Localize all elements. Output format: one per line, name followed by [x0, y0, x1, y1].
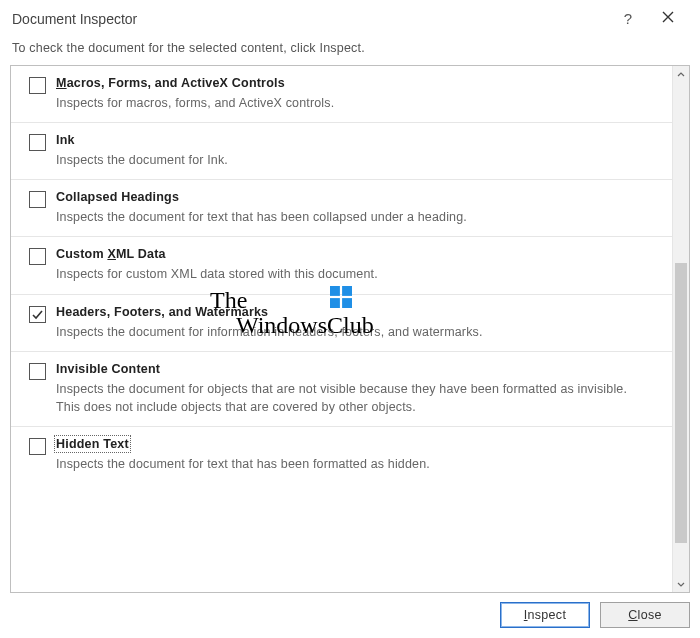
dialog-titlebar: Document Inspector ? — [0, 0, 700, 35]
dialog-subtitle: To check the document for the selected c… — [0, 35, 700, 65]
inspection-item-title: Invisible Content — [56, 362, 654, 376]
checkbox[interactable] — [29, 77, 46, 94]
chevron-up-icon — [677, 71, 685, 79]
inspection-item[interactable]: Macros, Forms, and ActiveX ControlsInspe… — [11, 66, 672, 123]
checkbox[interactable] — [29, 306, 46, 323]
inspection-item[interactable]: InkInspects the document for Ink. — [11, 123, 672, 180]
inspection-item-body: InkInspects the document for Ink. — [56, 133, 654, 169]
inspection-item[interactable]: Collapsed HeadingsInspects the document … — [11, 180, 672, 237]
inspection-item[interactable]: Custom XML DataInspects for custom XML d… — [11, 237, 672, 294]
scroll-down-button[interactable] — [673, 575, 689, 592]
inspection-item-body: Invisible ContentInspects the document f… — [56, 362, 654, 416]
close-icon — [662, 11, 674, 23]
inspection-list-panel: Macros, Forms, and ActiveX ControlsInspe… — [10, 65, 690, 593]
chevron-down-icon — [677, 580, 685, 588]
inspection-item-desc: Inspects the document for text that has … — [56, 455, 654, 473]
close-accel: C — [628, 608, 637, 622]
inspection-item-body: Hidden TextInspects the document for tex… — [56, 437, 654, 473]
inspection-item-body: Macros, Forms, and ActiveX ControlsInspe… — [56, 76, 654, 112]
inspection-item-body: Custom XML DataInspects for custom XML d… — [56, 247, 654, 283]
checkbox[interactable] — [29, 191, 46, 208]
dialog-title: Document Inspector — [12, 11, 608, 27]
inspection-item-desc: Inspects the document for information in… — [56, 323, 654, 341]
inspection-item[interactable]: Invisible ContentInspects the document f… — [11, 352, 672, 427]
inspect-button[interactable]: Inspect — [500, 602, 590, 628]
inspection-item[interactable]: Headers, Footers, and WatermarksInspects… — [11, 295, 672, 352]
scroll-up-button[interactable] — [673, 66, 689, 83]
inspection-item-desc: Inspects the document for text that has … — [56, 208, 654, 226]
inspection-item-title: Macros, Forms, and ActiveX Controls — [56, 76, 654, 90]
checkbox[interactable] — [29, 438, 46, 455]
inspection-item-desc: Inspects for macros, forms, and ActiveX … — [56, 94, 654, 112]
scroll-thumb[interactable] — [675, 263, 687, 543]
dialog-footer: Inspect Close — [500, 602, 690, 628]
checkbox[interactable] — [29, 248, 46, 265]
inspection-item-title: Collapsed Headings — [56, 190, 654, 204]
inspection-item-title: Custom XML Data — [56, 247, 654, 261]
scroll-track[interactable] — [673, 83, 689, 575]
inspection-item-desc: Inspects for custom XML data stored with… — [56, 265, 654, 283]
help-button[interactable]: ? — [608, 10, 648, 27]
inspection-item-title: Headers, Footers, and Watermarks — [56, 305, 654, 319]
inspection-item-desc: Inspects the document for objects that a… — [56, 380, 654, 416]
scrollbar-vertical[interactable] — [672, 66, 689, 592]
inspection-item-body: Collapsed HeadingsInspects the document … — [56, 190, 654, 226]
inspection-item-title: Ink — [56, 133, 654, 147]
inspection-item-body: Headers, Footers, and WatermarksInspects… — [56, 305, 654, 341]
checkbox[interactable] — [29, 134, 46, 151]
inspection-item-desc: Inspects the document for Ink. — [56, 151, 654, 169]
close-dialog-button[interactable]: Close — [600, 602, 690, 628]
inspection-item-title: Hidden Text — [56, 437, 129, 451]
checkbox[interactable] — [29, 363, 46, 380]
inspection-list: Macros, Forms, and ActiveX ControlsInspe… — [11, 66, 672, 592]
inspection-item[interactable]: Hidden TextInspects the document for tex… — [11, 427, 672, 483]
close-button[interactable] — [648, 11, 688, 26]
